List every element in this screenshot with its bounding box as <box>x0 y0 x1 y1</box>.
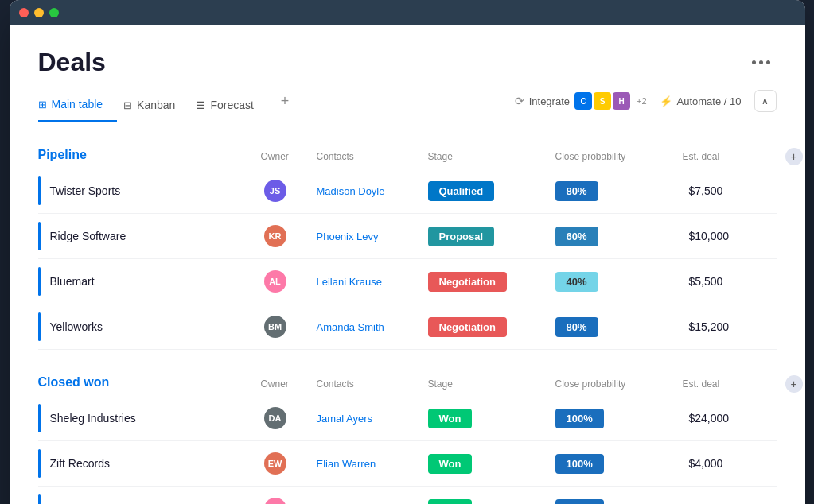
closed-won-section: Closed won Owner Contacts Stage Close pr… <box>38 369 777 504</box>
table-row[interactable]: Yelloworks BM Amanda Smith Negotiation 8… <box>38 304 777 350</box>
row-name: Yelloworks <box>38 304 261 349</box>
avatar: DA <box>264 407 286 429</box>
plus-badge: +2 <box>637 96 647 106</box>
stage-badge: Won <box>428 409 473 428</box>
add-column-button-2[interactable]: + <box>785 375 803 393</box>
contact-name[interactable]: Phoenix Levy <box>317 231 379 242</box>
more-options-button[interactable] <box>746 57 777 68</box>
pipeline-rows: Twister Sports JS Madison Doyle Qualifie… <box>38 169 777 350</box>
tab-kanban[interactable]: ⊟ Kanban <box>123 91 189 121</box>
owner-cell: EW <box>261 452 317 475</box>
owner-cell: AL <box>261 270 317 293</box>
stage-cell: Qualified <box>428 184 555 198</box>
table-row[interactable]: Zift Records EW Elian Warren Won 100% $4… <box>38 441 777 487</box>
collapse-button[interactable]: ∧ <box>754 90 777 112</box>
probability-cell: 60% <box>555 229 683 243</box>
pipeline-col-stage: Stage <box>428 151 555 162</box>
table-row[interactable]: Bluemart AL Leilani Krause Negotiation 4… <box>38 259 777 304</box>
contact-name[interactable]: Elian Warren <box>317 458 376 470</box>
stage-badge: Negotiation <box>428 272 508 292</box>
probability-cell: 40% <box>555 274 683 289</box>
closed-won-title: Closed won <box>38 375 261 390</box>
closed-won-col-owner: Owner <box>261 378 317 390</box>
close-dot[interactable] <box>19 8 29 17</box>
contact-cell[interactable]: Jamal Ayers <box>317 411 428 425</box>
stage-cell: Negotiation <box>428 320 555 334</box>
closed-won-header: Closed won Owner Contacts Stage Close pr… <box>38 369 777 396</box>
pipeline-header: Pipeline Owner Contacts Stage Close prob… <box>38 142 777 169</box>
table-row[interactable]: Ridge Software KR Phoenix Levy Proposal … <box>38 214 777 259</box>
tab-main-table-label: Main table <box>52 98 103 110</box>
pipeline-title: Pipeline <box>38 148 261 162</box>
main-content: Pipeline Owner Contacts Stage Close prob… <box>10 142 805 504</box>
row-indicator <box>38 404 41 432</box>
contact-name[interactable]: Madison Doyle <box>317 185 385 197</box>
closed-won-add-col[interactable]: + <box>778 375 805 393</box>
app-icon-2: S <box>594 92 611 110</box>
add-column-button[interactable]: + <box>785 148 803 165</box>
contact-name[interactable]: Jamal Ayers <box>317 413 373 425</box>
minimize-dot[interactable] <box>34 8 44 17</box>
avatar: AL <box>264 270 286 293</box>
page-title: Deals <box>38 48 106 77</box>
deal-name: Yelloworks <box>50 320 103 333</box>
row-indicator <box>38 494 41 504</box>
probability-badge: 100% <box>555 499 604 504</box>
probability-badge: 100% <box>555 454 604 474</box>
row-name: Bluemart <box>38 259 261 304</box>
add-tab-button[interactable]: + <box>275 93 296 119</box>
app-icons: C S H <box>574 92 630 110</box>
tab-forecast[interactable]: ☰ Forecast <box>196 91 267 121</box>
table-row[interactable]: Sheleg Industries DA Jamal Ayers Won 100… <box>38 396 777 441</box>
stage-cell: Won <box>428 456 555 471</box>
tab-bar: ⊞ Main table ⊟ Kanban ☰ Forecast + <box>38 90 296 122</box>
avatar: JS <box>264 180 286 202</box>
owner-cell: KR <box>261 225 317 247</box>
probability-badge: 80% <box>555 181 598 201</box>
deal-name: Bluemart <box>50 275 95 288</box>
pipeline-add-col[interactable]: + <box>778 148 805 165</box>
row-name: Zift Records <box>38 441 261 486</box>
probability-cell: 100% <box>555 456 683 471</box>
deal-name: Zift Records <box>50 457 110 470</box>
deal-value: $5,500 <box>683 275 778 288</box>
automate-button[interactable]: ⚡ Automate / 10 <box>660 95 742 107</box>
contact-cell[interactable]: Phoenix Levy <box>317 229 428 243</box>
more-dot-3 <box>766 60 770 64</box>
app-icon-1: C <box>574 92 592 110</box>
contact-name[interactable]: Leilani Krause <box>317 276 382 288</box>
deal-name: Twister Sports <box>50 184 121 197</box>
tab-main-table[interactable]: ⊞ Main table <box>38 90 118 122</box>
table-row[interactable]: Waissman Gallery SS Sam Spillberg Won 10… <box>38 487 777 504</box>
probability-badge: 60% <box>555 227 598 246</box>
integrate-icon: ⟳ <box>515 95 524 107</box>
avatar: SS <box>264 498 286 504</box>
contact-name[interactable]: Amanda Smith <box>317 321 384 333</box>
pipeline-col-prob: Close probability <box>555 151 683 162</box>
titlebar <box>10 0 805 25</box>
contact-cell[interactable]: Elian Warren <box>317 456 428 471</box>
main-table-icon: ⊞ <box>38 99 47 110</box>
row-indicator <box>38 312 41 341</box>
closed-won-col-prob: Close probability <box>555 378 683 390</box>
contact-cell[interactable]: Madison Doyle <box>317 184 428 198</box>
page-header: Deals <box>10 25 805 77</box>
closed-won-col-contacts: Contacts <box>317 378 428 390</box>
deal-value: $4,000 <box>683 457 778 470</box>
closed-won-col-stage: Stage <box>428 378 555 390</box>
contact-cell[interactable]: Leilani Krause <box>317 274 428 289</box>
contact-cell[interactable]: Amanda Smith <box>317 320 428 334</box>
pipeline-col-contacts: Contacts <box>317 151 428 162</box>
stage-cell: Negotiation <box>428 274 555 289</box>
tab-kanban-label: Kanban <box>137 99 175 111</box>
probability-badge: 100% <box>555 409 604 428</box>
avatar: BM <box>264 316 286 338</box>
stage-badge: Won <box>428 499 473 504</box>
row-indicator <box>38 176 41 205</box>
probability-cell: 100% <box>555 411 683 425</box>
integrate-button[interactable]: ⟳ Integrate C S H +2 <box>515 92 647 110</box>
deal-value: $7,500 <box>683 184 778 197</box>
maximize-dot[interactable] <box>49 8 59 17</box>
app-content: Deals ⊞ Main table ⊟ Kanban ☰ Forecas <box>10 25 805 504</box>
table-row[interactable]: Twister Sports JS Madison Doyle Qualifie… <box>38 169 777 214</box>
